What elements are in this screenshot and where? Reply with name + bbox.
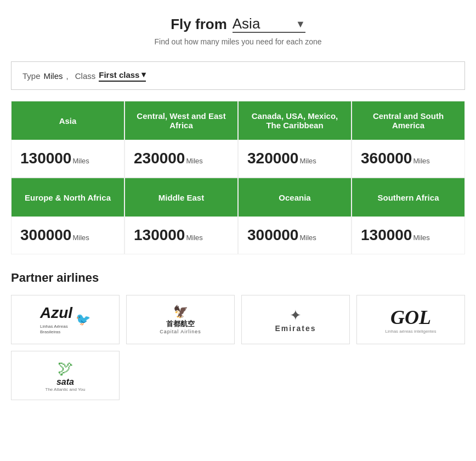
zone-card-0: Asia130000Miles [11,101,124,178]
sata-text: sata [46,377,86,387]
azul-sub: Linhas AéreasBrasileiras [40,324,72,334]
miles-label-0: Miles [72,157,89,165]
zone-miles-6: 300000Miles [239,217,351,254]
zone-card-6: Oceania300000Miles [238,178,352,254]
zone-miles-3: 360000Miles [352,140,464,177]
airline-card-sata: 🕊 sata The Atlantic and You [11,351,120,400]
capital-sub: Capital Airlines [160,329,201,334]
emirates-icon: ✦ [275,307,316,324]
type-value: Miles [44,71,63,81]
emirates-text: Emirates [275,324,316,333]
azul-logo: Azul Linhas AéreasBrasileiras 🐦 [40,304,90,334]
page-header: Fly from Asia Europe Americas Africa ▼ F… [0,0,476,52]
partner-airlines-section: Partner airlines Azul Linhas AéreasBrasi… [11,271,465,400]
zone-header-5: Middle East [125,178,237,217]
zone-miles-2: 320000Miles [239,140,351,177]
airline-card-emirates: ✦ Emirates [241,295,350,344]
miles-number-1: 230000 [134,150,185,167]
capital-logo: 🦅 首都航空 Capital Airlines [160,305,201,334]
gol-text: GOL [386,306,437,329]
miles-number-7: 130000 [361,226,412,244]
zone-card-2: Canada, USA, Mexico, The Caribbean320000… [238,101,352,178]
zone-header-3: Central and South America [352,101,464,140]
partner-grid: Azul Linhas AéreasBrasileiras 🐦 🦅 首都航空 C… [11,295,465,344]
zone-miles-7: 130000Miles [352,217,464,254]
fly-from-row: Fly from Asia Europe Americas Africa ▼ [11,15,465,33]
airline-card-azul: Azul Linhas AéreasBrasileiras 🐦 [11,295,120,344]
zone-card-1: Central, West and East Africa230000Miles [124,101,238,178]
gol-logo: GOL Linhas aéreas inteligentes [386,306,437,334]
zone-card-3: Central and South America360000Miles [352,101,465,178]
miles-label-1: Miles [186,157,202,165]
class-select[interactable]: First class ▾ [99,70,146,82]
class-chevron-icon: ▾ [141,70,146,79]
airline-card-capital: 🦅 首都航空 Capital Airlines [126,295,235,344]
azul-text: Azul [40,304,72,321]
class-value-text: First class [99,70,139,79]
subtitle: Find out how many miles you need for eac… [11,37,465,46]
gol-sub: Linhas aéreas inteligentes [386,329,437,334]
fly-from-label: Fly from [171,16,227,33]
miles-label-2: Miles [299,157,316,165]
zone-header-2: Canada, USA, Mexico, The Caribbean [239,101,351,140]
partner-grid-row2: 🕊 sata The Atlantic and You [11,351,465,400]
filter-separator: , [66,71,69,81]
miles-label-4: Miles [72,234,89,242]
class-label: Class [75,71,96,81]
zone-miles-4: 300000Miles [12,217,124,254]
zone-header-0: Asia [12,101,124,140]
capital-icon: 🦅 [160,305,201,319]
miles-label-3: Miles [413,157,429,165]
zone-header-7: Southern Africa [352,178,464,217]
miles-number-5: 130000 [134,226,185,244]
region-select-wrapper[interactable]: Asia Europe Americas Africa ▼ [233,15,305,33]
filter-bar: Type Miles , Class First class ▾ [11,61,465,90]
miles-number-3: 360000 [361,150,412,167]
zone-miles-1: 230000Miles [125,140,237,177]
partner-airlines-title: Partner airlines [11,271,465,285]
zone-card-7: Southern Africa130000Miles [352,178,465,254]
miles-number-4: 300000 [20,226,71,244]
zone-card-4: Europe & North Africa300000Miles [11,178,124,254]
sata-bird-icon: 🕊 [46,359,86,377]
miles-label-6: Miles [299,234,316,242]
region-select[interactable]: Asia Europe Americas Africa [233,15,305,33]
miles-label-7: Miles [413,234,429,242]
zone-card-5: Middle East130000Miles [124,178,238,254]
sata-logo: 🕊 sata The Atlantic and You [46,359,86,392]
zone-header-1: Central, West and East Africa [125,101,237,140]
zone-miles-0: 130000Miles [12,140,124,177]
emirates-logo: ✦ Emirates [275,307,316,333]
zone-header-6: Oceania [239,178,351,217]
zone-header-4: Europe & North Africa [12,178,124,217]
miles-number-6: 300000 [247,226,298,244]
miles-number-0: 130000 [20,150,71,167]
zone-grid: Asia130000MilesCentral, West and East Af… [11,101,465,254]
zone-miles-5: 130000Miles [125,217,237,254]
capital-text: 首都航空 [160,319,201,329]
miles-label-5: Miles [186,234,202,242]
type-label: Type [22,71,41,81]
airline-card-gol: GOL Linhas aéreas inteligentes [356,295,465,344]
azul-bird-icon: 🐦 [76,312,90,327]
sata-sub: The Atlantic and You [46,387,86,392]
miles-number-2: 320000 [247,150,298,167]
